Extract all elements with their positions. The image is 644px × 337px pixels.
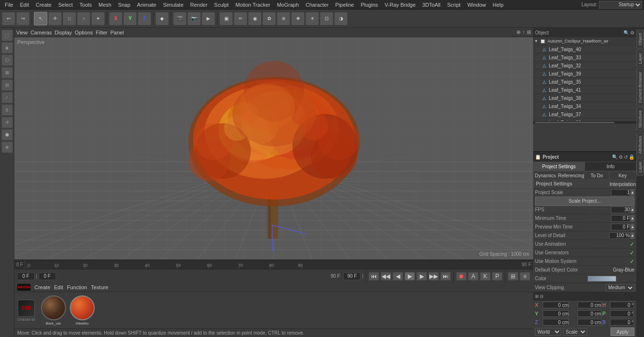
menu-edit[interactable]: Edit [17,2,32,8]
tool-env[interactable]: ⊛ [277,12,290,25]
coord-y-size[interactable] [578,310,601,317]
vbar-icon-move[interactable]: ⊕ [516,29,521,35]
attr-input-fps[interactable] [611,207,630,213]
menu-pipeline[interactable]: Pipeline [332,2,357,8]
playback-start-frame[interactable] [39,272,56,280]
side-tab-layer2[interactable]: Layer [636,158,644,176]
attr-input-project-scale[interactable] [611,189,630,196]
vbar-icon-settings[interactable]: ⊞ [527,29,531,35]
left-tool-10[interactable]: ⊕ [1,141,13,153]
tab-project-settings[interactable]: Project Settings [533,162,585,171]
tool-move[interactable]: ✛ [48,12,62,25]
menu-mesh[interactable]: Mesh [96,2,114,8]
menu-render[interactable]: Render [187,2,210,8]
tool-redo[interactable]: ↪ [16,12,30,25]
menu-tools[interactable]: Tools [76,2,95,8]
playback-current-frame[interactable] [17,272,34,280]
attr-settings-icon[interactable]: ⚙ [619,154,623,160]
tree-item-4[interactable]: △ Leaf_Twigs_35 [533,78,636,86]
tool-polygon[interactable]: ◆ [155,12,169,25]
coord-y-pos[interactable] [543,310,569,317]
side-tab-structure[interactable]: Structure [636,107,644,131]
btn-loop[interactable]: P [492,272,502,281]
subtab-key-interp[interactable]: Key Interpolation [609,171,636,180]
layout-dropdown[interactable]: Startup [599,1,642,9]
vbar-icon-maximize[interactable]: ↑ [523,29,525,35]
menu-select[interactable]: Select [55,2,76,8]
menu-help[interactable]: Help [490,2,507,8]
tree-item-root[interactable]: ▼ 🔲 Autumn_Cockpur_Hawthorn_wr [533,37,636,45]
attr-input-prev-min-time[interactable] [611,224,630,230]
tool-z[interactable]: Z [138,12,151,25]
tree-item-7[interactable]: △ Leaf_Twigs_34 [533,102,636,110]
vbar-options[interactable]: Options [75,30,93,35]
mat-swatch-bark[interactable]: Bark_var [41,295,66,326]
tree-item-1[interactable]: △ Leaf_Twigs_33 [533,54,636,62]
menu-file[interactable]: File [2,2,16,8]
mat-create[interactable]: Create [34,284,50,290]
btn-prev-key[interactable]: ◀◀ [381,272,391,281]
side-tab-layer[interactable]: Layer [636,50,644,67]
tool-select[interactable]: ↖ [34,12,47,25]
vbar-display[interactable]: Display [55,30,72,35]
tool-camera2[interactable]: ◑ [334,12,348,25]
tool-rotate[interactable]: ○ [77,12,90,25]
tool-spline[interactable]: ✏ [234,12,247,25]
coord-system-select[interactable]: World Local [535,328,561,336]
coord-p-val[interactable] [610,310,634,317]
left-tool-8[interactable]: ↺ [1,117,13,128]
tree-settings-icon[interactable]: ⚙ [630,30,634,35]
attr-input-level-detail[interactable] [609,232,630,239]
menu-create[interactable]: Create [33,2,55,8]
mat-texture[interactable]: Texture [91,284,108,290]
btn-next-key[interactable]: ▶▶ [428,272,439,281]
btn-record[interactable]: ⏺ [456,272,467,281]
attr-spinup-fps[interactable]: ▲ [631,207,634,213]
btn-autokey[interactable]: A [468,272,479,281]
attr-spinup-min-time[interactable]: ▲ [631,215,634,222]
left-tool-6[interactable]: ∕ [1,92,13,103]
left-tool-5[interactable]: ⊟ [1,79,13,91]
tool-light[interactable]: ☀ [306,12,319,25]
btn-timeline-view[interactable]: ≡ [520,272,530,281]
3d-viewport[interactable]: Perspective [14,37,533,260]
subtab-todo[interactable]: To Do [584,171,609,180]
menu-simulate[interactable]: Simulate [160,2,186,8]
tool-transform[interactable]: ✦ [91,12,105,25]
coord-x-pos[interactable] [543,302,569,308]
menu-snap[interactable]: Snap [115,2,133,8]
left-tool-9[interactable]: ⬟ [1,129,13,141]
tool-x[interactable]: X [109,12,122,25]
mat-swatch-hawthorn[interactable]: Hawtho [70,295,95,326]
attr-search-icon[interactable]: 🔍 [612,154,618,160]
tool-scale[interactable]: □ [63,12,76,25]
tool-undo[interactable]: ↩ [2,12,15,25]
attr-spinup-project-scale[interactable]: ▲ [631,189,634,196]
tree-item-5[interactable]: △ Leaf_Twigs_41 [533,86,636,94]
menu-window[interactable]: Window [464,2,489,8]
btn-next-frame[interactable]: ▶ [416,272,427,281]
attr-spinup-prev-min-time[interactable]: ▲ [631,224,634,230]
coord-x-size[interactable] [578,302,601,308]
vbar-cameras[interactable]: Cameras [31,30,52,35]
tool-render-settings[interactable]: ❖ [291,12,305,25]
timeline-ruler[interactable]: 0 F 0 10 20 30 40 50 [14,260,533,269]
tool-render-active[interactable]: ▶ [202,12,215,25]
menu-sculpt[interactable]: Sculpt [211,2,232,8]
attr-input-min-time[interactable] [611,215,630,222]
mat-function[interactable]: Function [67,284,87,290]
menu-vray[interactable]: V-Ray Bridge [382,2,419,8]
tree-item-0[interactable]: △ Leaf_Twigs_40 [533,45,636,54]
subtab-referencing[interactable]: Referencing [558,171,585,180]
color-swatch-display[interactable] [588,276,616,282]
tool-deform[interactable]: ✿ [262,12,276,25]
coord-b-val[interactable] [610,319,634,326]
left-tool-3[interactable]: ⬡ [1,54,13,66]
tool-render-region[interactable]: 📷 [187,12,201,25]
coord-h-val[interactable] [610,302,634,308]
menu-animate[interactable]: Animate [134,2,159,8]
coord-z-pos[interactable] [543,319,569,326]
subtab-dynamics[interactable]: Dynamics [533,171,558,180]
attr-refresh-icon[interactable]: ↺ [624,154,628,160]
btn-go-start[interactable]: ⏮ [369,272,379,281]
